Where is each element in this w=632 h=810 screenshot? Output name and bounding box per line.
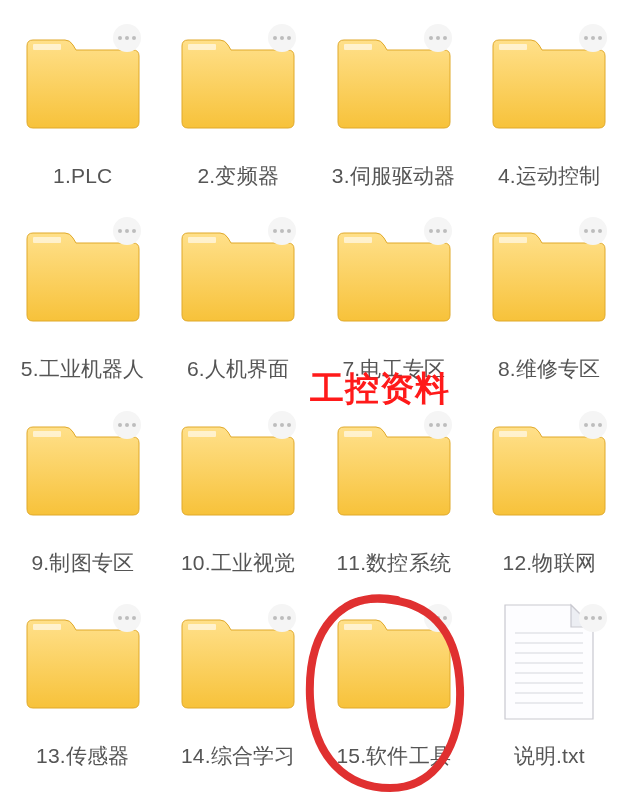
item-label: 10.工业视觉 (181, 549, 296, 576)
folder-icon (168, 205, 308, 345)
svg-rect-12 (33, 624, 61, 630)
svg-rect-7 (499, 237, 527, 243)
folder-item[interactable]: 6.人机界面 (164, 199, 314, 382)
svg-rect-6 (344, 237, 372, 243)
svg-rect-0 (33, 44, 61, 50)
svg-rect-10 (344, 431, 372, 437)
folder-item[interactable]: 14.综合学习 (164, 586, 314, 769)
more-icon[interactable] (579, 604, 607, 632)
folder-icon (168, 592, 308, 732)
folder-item[interactable]: 1.PLC (8, 6, 158, 189)
folder-icon (13, 12, 153, 152)
item-label: 9.制图专区 (31, 549, 134, 576)
more-icon[interactable] (268, 604, 296, 632)
folder-icon (168, 399, 308, 539)
folder-item[interactable]: 2.变频器 (164, 6, 314, 189)
folder-item[interactable]: 5.工业机器人 (8, 199, 158, 382)
folder-item[interactable]: 3.伺服驱动器 (319, 6, 469, 189)
item-label: 6.人机界面 (187, 355, 290, 382)
folder-item[interactable]: 7.电工专区 (319, 199, 469, 382)
svg-rect-3 (499, 44, 527, 50)
more-icon[interactable] (424, 24, 452, 52)
item-label: 4.运动控制 (498, 162, 601, 189)
svg-rect-9 (188, 431, 216, 437)
folder-icon (13, 592, 153, 732)
more-icon[interactable] (113, 604, 141, 632)
item-label: 5.工业机器人 (21, 355, 145, 382)
item-label: 2.变频器 (197, 162, 279, 189)
folder-icon (13, 205, 153, 345)
svg-rect-13 (188, 624, 216, 630)
svg-rect-1 (188, 44, 216, 50)
folder-item[interactable]: 15.软件工具 (319, 586, 469, 769)
more-icon[interactable] (579, 411, 607, 439)
folder-icon (479, 399, 619, 539)
txt-file-icon (479, 592, 619, 732)
more-icon[interactable] (113, 411, 141, 439)
item-label: 说明.txt (514, 742, 585, 769)
more-icon[interactable] (424, 411, 452, 439)
item-label: 11.数控系统 (336, 549, 451, 576)
item-label: 15.软件工具 (336, 742, 451, 769)
item-label: 14.综合学习 (181, 742, 296, 769)
more-icon[interactable] (268, 411, 296, 439)
item-label: 1.PLC (53, 162, 112, 189)
folder-item[interactable]: 12.物联网 (475, 393, 625, 576)
folder-icon (168, 12, 308, 152)
svg-rect-2 (344, 44, 372, 50)
folder-item[interactable]: 11.数控系统 (319, 393, 469, 576)
item-label: 7.电工专区 (342, 355, 445, 382)
more-icon[interactable] (424, 217, 452, 245)
item-label: 3.伺服驱动器 (332, 162, 456, 189)
svg-rect-11 (499, 431, 527, 437)
folder-icon (13, 399, 153, 539)
svg-rect-8 (33, 431, 61, 437)
more-icon[interactable] (113, 24, 141, 52)
folder-icon (479, 205, 619, 345)
folder-item[interactable]: 13.传感器 (8, 586, 158, 769)
svg-rect-4 (33, 237, 61, 243)
txt-file-item[interactable]: 说明.txt (475, 586, 625, 769)
file-grid: 1.PLC 2.变频器 3.伺服驱动器 4.运动控制 5.工业机器人 (0, 0, 632, 775)
folder-item[interactable]: 8.维修专区 (475, 199, 625, 382)
more-icon[interactable] (424, 604, 452, 632)
folder-icon (324, 592, 464, 732)
folder-icon (324, 205, 464, 345)
more-icon[interactable] (113, 217, 141, 245)
folder-item[interactable]: 10.工业视觉 (164, 393, 314, 576)
item-label: 8.维修专区 (498, 355, 601, 382)
item-label: 12.物联网 (503, 549, 596, 576)
svg-rect-14 (344, 624, 372, 630)
item-label: 13.传感器 (36, 742, 129, 769)
folder-item[interactable]: 4.运动控制 (475, 6, 625, 189)
svg-rect-5 (188, 237, 216, 243)
folder-icon (324, 12, 464, 152)
folder-icon (479, 12, 619, 152)
folder-icon (324, 399, 464, 539)
folder-item[interactable]: 9.制图专区 (8, 393, 158, 576)
